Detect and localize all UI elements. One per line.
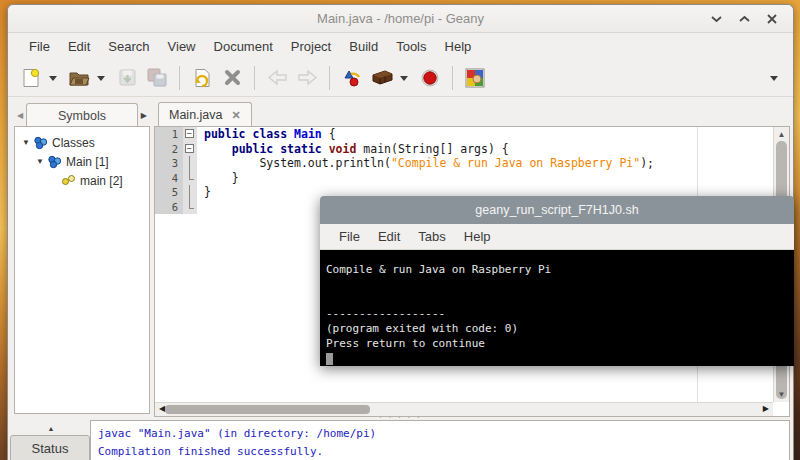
compile-button[interactable]: [338, 64, 366, 92]
tree-item-classes[interactable]: ▼Classes: [15, 133, 149, 152]
fold-collapse-icon[interactable]: −: [185, 144, 194, 153]
sidebar-scroll-left-icon[interactable]: ◀: [14, 111, 26, 127]
fold-margin: [183, 171, 197, 186]
save-button: [113, 64, 141, 92]
code-text: public static void main(String[] args) {: [197, 142, 509, 157]
window-controls: [709, 5, 779, 33]
tab-label: Main.java: [169, 108, 223, 122]
menu-item-search[interactable]: Search: [99, 36, 158, 57]
build-button[interactable]: [368, 64, 396, 92]
geany-titlebar[interactable]: Main.java - /home/pi - Geany: [8, 5, 793, 33]
color-chooser-button[interactable]: [461, 64, 489, 92]
terminal-output[interactable]: Compile & run Java on Raspberry Pi -----…: [320, 250, 794, 366]
code-text: }: [197, 185, 211, 200]
terminal-cursor-line: [326, 352, 794, 366]
code-line: 2− public static void main(String[] args…: [155, 142, 773, 157]
scroll-right-icon[interactable]: ▶: [763, 404, 769, 413]
status-message-line: Compilation finished successfully.: [98, 443, 789, 460]
fold-margin: [183, 200, 197, 215]
nav-back-button: [263, 64, 291, 92]
menu-item-file[interactable]: File: [20, 36, 59, 57]
menu-item-edit[interactable]: Edit: [369, 226, 409, 247]
code-line: 3 System.out.println("Compile & run Java…: [155, 156, 773, 171]
line-number: 1: [155, 127, 183, 142]
menu-item-view[interactable]: View: [159, 36, 205, 57]
tab-main-java[interactable]: Main.java ✕: [158, 102, 252, 127]
build-dropdown-icon[interactable]: [397, 64, 411, 92]
toolbar-separator: [254, 66, 255, 90]
line-number: 6: [155, 200, 183, 215]
sidebar-tab-header: ◀ Symbols ▶: [14, 101, 150, 127]
horizontal-scrollbar-thumb[interactable]: [165, 405, 370, 414]
menu-item-document[interactable]: Document: [205, 36, 282, 57]
expander-icon[interactable]: ▼: [21, 138, 31, 147]
line-number: 5: [155, 185, 183, 200]
scroll-down-icon[interactable]: ▼: [774, 390, 789, 399]
terminal-cursor: [326, 353, 333, 365]
new-file-button[interactable]: [17, 64, 45, 92]
class-group-icon: [33, 136, 49, 150]
code-text: public class Main {: [197, 127, 336, 142]
terminal-line: Press return to continue: [326, 337, 794, 352]
menu-item-tools[interactable]: Tools: [387, 36, 435, 57]
menu-item-file[interactable]: File: [330, 226, 369, 247]
terminal-menubar: FileEditTabsHelp: [320, 224, 794, 250]
expander-icon[interactable]: ▼: [35, 157, 45, 166]
tree-item-label: main [2]: [80, 174, 123, 188]
menu-item-project[interactable]: Project: [282, 36, 340, 57]
window-title: Main.java - /home/pi - Geany: [317, 11, 484, 26]
line-number: 3: [155, 156, 183, 171]
line-number: 4: [155, 171, 183, 186]
scroll-up-icon[interactable]: ▲: [774, 130, 789, 139]
terminal-line: Compile & run Java on Raspberry Pi: [326, 263, 794, 278]
new-file-dropdown-icon[interactable]: [46, 64, 60, 92]
toolbar-separator: [329, 66, 330, 90]
close-icon[interactable]: [765, 12, 779, 26]
desktop-background: Main.java - /home/pi - Geany FileEditSea…: [0, 0, 800, 460]
open-file-button[interactable]: [65, 64, 93, 92]
maximize-icon[interactable]: [737, 12, 751, 26]
tree-item-main-1[interactable]: ▼Main [1]: [15, 152, 149, 171]
line-number: 2: [155, 142, 183, 157]
run-button[interactable]: [416, 64, 444, 92]
code-line: 4 }: [155, 171, 773, 186]
status-message-line: javac "Main.java" (in directory: /home/p…: [98, 425, 789, 443]
tab-symbols[interactable]: Symbols: [26, 103, 138, 127]
terminal-titlebar[interactable]: geany_run_script_F7H1J0.sh: [320, 196, 794, 224]
terminal-line: (program exited with code: 0): [326, 322, 794, 337]
geany-menubar: FileEditSearchViewDocumentProjectBuildTo…: [8, 33, 793, 59]
toolbar-separator: [452, 66, 453, 90]
save-all-button: [143, 64, 171, 92]
toolbar-overflow-icon[interactable]: [767, 64, 781, 92]
terminal-line: [326, 278, 794, 293]
minimize-icon[interactable]: [709, 12, 723, 26]
menu-item-help[interactable]: Help: [455, 226, 500, 247]
menu-item-tabs[interactable]: Tabs: [409, 226, 454, 247]
method-icon: [61, 174, 77, 188]
fold-margin: [183, 156, 197, 171]
class-group-icon: [47, 155, 63, 169]
code-text: System.out.println("Compile & run Java o…: [197, 156, 654, 171]
code-text: }: [197, 171, 239, 186]
close-document-button[interactable]: [218, 64, 246, 92]
menu-item-help[interactable]: Help: [436, 36, 481, 57]
toolbar-separator: [179, 66, 180, 90]
message-pane-collapse-button[interactable]: ▲: [32, 422, 70, 435]
fold-collapse-icon[interactable]: −: [185, 129, 194, 138]
menu-item-edit[interactable]: Edit: [59, 36, 99, 57]
code-text: [197, 200, 204, 215]
fold-margin[interactable]: −: [183, 142, 197, 157]
tree-item-label: Main [1]: [66, 155, 109, 169]
terminal-window: geany_run_script_F7H1J0.sh FileEditTabsH…: [320, 196, 794, 366]
tab-close-icon[interactable]: ✕: [232, 109, 241, 122]
sidebar-scroll-right-icon[interactable]: ▶: [138, 111, 150, 127]
terminal-line: [326, 293, 794, 308]
open-file-dropdown-icon[interactable]: [94, 64, 108, 92]
tab-status[interactable]: Status: [10, 435, 90, 460]
symbols-panel[interactable]: ▼Classes▼Main [1]main [2]: [14, 126, 150, 414]
menu-item-build[interactable]: Build: [340, 36, 387, 57]
fold-margin[interactable]: −: [183, 127, 197, 142]
tree-item-main-2[interactable]: main [2]: [15, 171, 149, 190]
nav-forward-button: [293, 64, 321, 92]
revert-button[interactable]: [188, 64, 216, 92]
